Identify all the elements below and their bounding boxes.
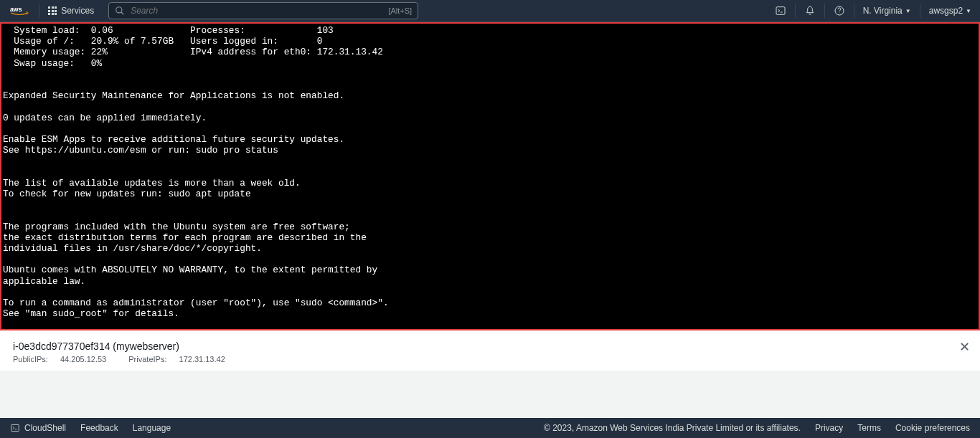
cookie-link[interactable]: Cookie preferences — [895, 423, 970, 433]
top-nav-right: N. Virginia ▼ awsgsp2 ▼ — [766, 0, 980, 22]
notifications-button[interactable] — [796, 0, 824, 22]
cloudshell-icon-button[interactable] — [766, 0, 795, 22]
help-icon — [834, 5, 845, 16]
terminal-frame: System load: 0.06 Processes: 103 Usage o… — [0, 22, 980, 330]
region-label: N. Virginia — [863, 6, 903, 16]
caret-down-icon: ▼ — [905, 8, 911, 14]
instance-title: i-0e3dcd977370ef314 (mywebserver) — [13, 341, 967, 352]
svg-rect-5 — [11, 424, 19, 431]
copyright-text: © 2023, Amazon Web Services India Privat… — [544, 423, 801, 433]
footer-right: © 2023, Amazon Web Services India Privat… — [544, 423, 970, 433]
terms-link[interactable]: Terms — [857, 423, 881, 433]
feedback-link[interactable]: Feedback — [80, 423, 118, 433]
terminal[interactable]: System load: 0.06 Processes: 103 Usage o… — [1, 24, 979, 329]
language-link[interactable]: Language — [133, 423, 171, 433]
terminal-output: System load: 0.06 Processes: 103 Usage o… — [3, 25, 389, 319]
cloudshell-icon — [775, 5, 786, 16]
svg-rect-3 — [776, 7, 785, 15]
caret-down-icon: ▼ — [966, 8, 971, 14]
close-button[interactable]: ✕ — [959, 341, 970, 353]
aws-logo[interactable]: aws — [0, 5, 39, 16]
region-selector[interactable]: N. Virginia ▼ — [854, 0, 920, 22]
help-button[interactable] — [825, 0, 854, 22]
search-hint: [Alt+S] — [388, 6, 412, 15]
public-ip: PublicIPs: 44.205.12.53 — [13, 355, 116, 363]
svg-line-2 — [121, 12, 124, 15]
services-button[interactable]: Services — [39, 0, 103, 22]
footer: CloudShell Feedback Language © 2023, Ama… — [0, 418, 980, 438]
bell-icon — [804, 5, 816, 16]
account-label: awsgsp2 — [929, 6, 963, 16]
cloudshell-link[interactable]: CloudShell — [10, 423, 66, 433]
search-box[interactable]: [Alt+S] — [108, 2, 418, 19]
search-input[interactable] — [125, 6, 388, 16]
instance-info-bar: ✕ i-0e3dcd977370ef314 (mywebserver) Publ… — [0, 330, 980, 371]
svg-point-1 — [116, 7, 122, 13]
top-nav: aws Services [Alt+S] N. Virginia ▼ awsgs… — [0, 0, 980, 22]
instance-ips: PublicIPs: 44.205.12.53 PrivateIPs: 172.… — [13, 355, 967, 363]
services-label: Services — [61, 6, 94, 16]
cloudshell-icon — [10, 423, 20, 433]
private-ip: PrivateIPs: 172.31.13.42 — [128, 355, 235, 363]
footer-left: CloudShell Feedback Language — [10, 423, 171, 433]
privacy-link[interactable]: Privacy — [815, 423, 843, 433]
cloudshell-label: CloudShell — [24, 423, 66, 433]
account-selector[interactable]: awsgsp2 ▼ — [920, 0, 980, 22]
grid-icon — [48, 6, 57, 15]
svg-text:aws: aws — [10, 6, 22, 13]
search-icon — [115, 6, 125, 16]
